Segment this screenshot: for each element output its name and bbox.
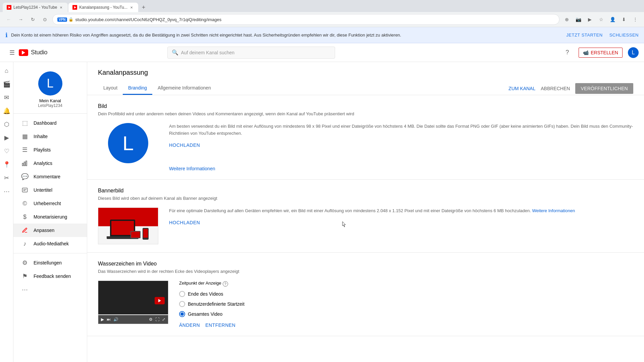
skip-icon[interactable]: ⏭ [107, 317, 111, 322]
sidebar-item-playlists[interactable]: ☰ Playlists [13, 143, 87, 157]
camera-button[interactable]: 📷 [574, 15, 583, 24]
profile-button[interactable]: 👤 [608, 15, 617, 24]
settings-icon[interactable]: ⚙ [149, 317, 153, 322]
tab-kanalanpassung[interactable]: Kanalanpassung - YouTu... ✕ [68, 3, 138, 12]
left-play-icon[interactable]: ▶ [1, 132, 13, 144]
play-icon[interactable]: ▶ [101, 317, 104, 322]
left-more-icon[interactable]: ⋯ [1, 185, 13, 197]
tab-allgemeine[interactable]: Allgemeine Informationen [152, 82, 216, 95]
analytics-icon [21, 160, 28, 166]
zeitpunkt-info-icon[interactable]: ? [223, 281, 228, 287]
sidebar-nav: ⬚ Dashboard ▦ Inhalte ☰ Playlists Analyt… [13, 116, 87, 362]
sidebar-item-monetarisierung[interactable]: $ Monetarisierung [13, 210, 87, 224]
left-videos-icon[interactable]: 🎬 [1, 78, 13, 90]
jetzt-starten-button[interactable]: JETZT STARTEN [566, 33, 602, 38]
radio-benutzerdefiniert[interactable]: Benutzerdefinierte Startzeit [179, 301, 245, 307]
wasserzeichen-description: Das Wasserzeichen wird in der rechten Ec… [98, 269, 633, 274]
extensions-button[interactable]: ⊕ [562, 15, 572, 24]
bild-body: L Am besten verwendest du ein Bild mit e… [98, 123, 633, 163]
tab-letsplay[interactable]: LetsPlay1234 - YouTube ✕ [3, 3, 68, 12]
browser-actions: ⊕ 📷 ▶ ☆ 👤 ⬇ ⋮ [562, 15, 640, 24]
security-banner-text: Dein Konto ist einem höheren Risiko von … [11, 33, 401, 38]
new-tab-button[interactable]: + [139, 3, 148, 12]
sidebar-item-more[interactable]: ⋯ [13, 283, 87, 296]
sidebar-item-analytics[interactable]: Analytics [13, 157, 87, 170]
radio-gesamtes[interactable]: Gesamtes Video [179, 311, 245, 317]
more-options-button[interactable]: ⋮ [631, 15, 640, 24]
tab-layout[interactable]: Layout [98, 82, 123, 95]
banner-more-info-link[interactable]: Weitere Informationen [532, 208, 575, 213]
tab-title-1: LetsPlay1234 - YouTube [13, 5, 57, 10]
header-right: ? 📹 ERSTELLEN L [561, 47, 639, 59]
sidebar-item-inhalte[interactable]: ▦ Inhalte [13, 130, 87, 143]
abbrechen-button[interactable]: ABBRECHEN [541, 86, 570, 91]
wasserzeichen-options: Zeitpunkt der Anzeige ? Ende des Videos … [179, 281, 245, 328]
bild-info: Am besten verwendest du ein Bild mit ein… [169, 123, 633, 148]
home-button[interactable]: ⊙ [40, 15, 50, 24]
left-home-icon[interactable]: ⌂ [1, 65, 13, 77]
bild-info-text: Am besten verwendest du ein Bild mit ein… [169, 123, 633, 137]
volume-icon[interactable]: 🔊 [113, 317, 118, 322]
tab-title-2: Kanalanpassung - YouTu... [79, 5, 127, 10]
search-input[interactable] [181, 50, 331, 55]
search-icon: 🔍 [172, 49, 178, 56]
fullscreen-icon[interactable]: ⛶ [155, 317, 159, 322]
tab-close-2[interactable]: ✕ [129, 5, 134, 10]
tab-branding[interactable]: Branding [123, 82, 152, 95]
left-clip-icon[interactable]: ✂ [1, 172, 13, 184]
sidebar-label-anpassen: Anpassen [34, 228, 54, 233]
sidebar-item-einstellungen[interactable]: ⚙ Einstellungen [13, 256, 87, 269]
sidebar-item-anpassen[interactable]: Anpassen [13, 224, 87, 237]
left-location-icon[interactable]: 📍 [1, 159, 13, 171]
url-display: studio.youtube.com/channel/UCocN6zQPHQZ_… [75, 17, 222, 22]
banner-upload-button[interactable]: HOCHLADEN [169, 220, 200, 225]
sidebar-label-inhalte: Inhalte [34, 134, 48, 139]
page-header: Kanalanpassung Layout Branding Allgemein… [87, 62, 644, 95]
banner-info: Für eine optimale Darstellung auf allen … [169, 207, 633, 225]
create-button[interactable]: 📹 ERSTELLEN [579, 48, 623, 58]
aendern-button[interactable]: ÄNDERN [179, 322, 200, 328]
left-messages-icon[interactable]: ✉ [1, 92, 13, 104]
channel-avatar[interactable]: L [38, 71, 62, 96]
bild-more-info-link[interactable]: Weitere Informationen [169, 166, 215, 171]
entfernen-button[interactable]: ENTFERNEN [205, 322, 235, 328]
yt-ext-button[interactable]: ▶ [585, 15, 594, 24]
bild-upload-button[interactable]: HOCHLADEN [169, 142, 200, 148]
expand-icon[interactable]: ⤢ [162, 317, 165, 322]
tab-close-1[interactable]: ✕ [58, 5, 64, 10]
download-button[interactable]: ⬇ [619, 15, 629, 24]
sidebar-item-dashboard[interactable]: ⬚ Dashboard [13, 116, 87, 130]
address-bar[interactable]: VPN 🔒 studio.youtube.com/channel/UCocN6z… [52, 14, 559, 25]
schliessen-button[interactable]: SCHLIESSEN [609, 33, 639, 38]
yt-studio-logo[interactable]: Studio [19, 49, 47, 56]
forward-button[interactable]: → [16, 15, 25, 24]
bookmark-button[interactable]: ☆ [596, 15, 606, 24]
hamburger-menu-button[interactable]: ☰ [5, 46, 19, 59]
channel-info: L Mein Kanal LetsPlay1234 [13, 66, 87, 114]
left-instagram-icon[interactable]: ⬡ [1, 118, 13, 130]
feedback-icon: ⚑ [21, 273, 28, 280]
sidebar-item-audio[interactable]: ♪ Audio-Mediathek [13, 237, 87, 250]
sidebar-item-feedback[interactable]: ⚑ Feedback senden [13, 269, 87, 283]
radio-circle-gesamtes [179, 311, 185, 317]
sidebar-label-playlists: Playlists [34, 147, 51, 153]
zeitpunkt-label: Zeitpunkt der Anzeige [179, 281, 221, 286]
sidebar-item-untertitel[interactable]: Untertitel [13, 183, 87, 197]
sidebar-item-kommentare[interactable]: 💬 Kommentare [13, 170, 87, 183]
left-heart-icon[interactable]: ♡ [1, 145, 13, 157]
security-banner-actions: JETZT STARTEN SCHLIESSEN [566, 33, 639, 38]
sidebar-label-analytics: Analytics [34, 161, 52, 166]
back-button[interactable]: ← [4, 15, 13, 24]
help-button[interactable]: ? [561, 47, 573, 59]
playlists-icon: ☰ [21, 146, 28, 154]
radio-ende[interactable]: Ende des Videos [179, 291, 245, 297]
zum-kanal-button[interactable]: ZUM KANAL [508, 86, 535, 91]
sidebar-item-urheberrecht[interactable]: © Urheberrecht [13, 197, 87, 210]
inhalte-icon: ▦ [21, 133, 28, 140]
reload-button[interactable]: ↻ [28, 15, 38, 24]
lock-icon: 🔒 [68, 17, 73, 22]
browser-chrome: LetsPlay1234 - YouTube ✕ Kanalanpassung … [0, 0, 644, 27]
left-notify-icon[interactable]: 🔔 [1, 105, 13, 117]
veroeffentlichen-button[interactable]: VERÖFFENTLICHEN [575, 83, 633, 94]
user-avatar[interactable]: L [628, 47, 639, 58]
